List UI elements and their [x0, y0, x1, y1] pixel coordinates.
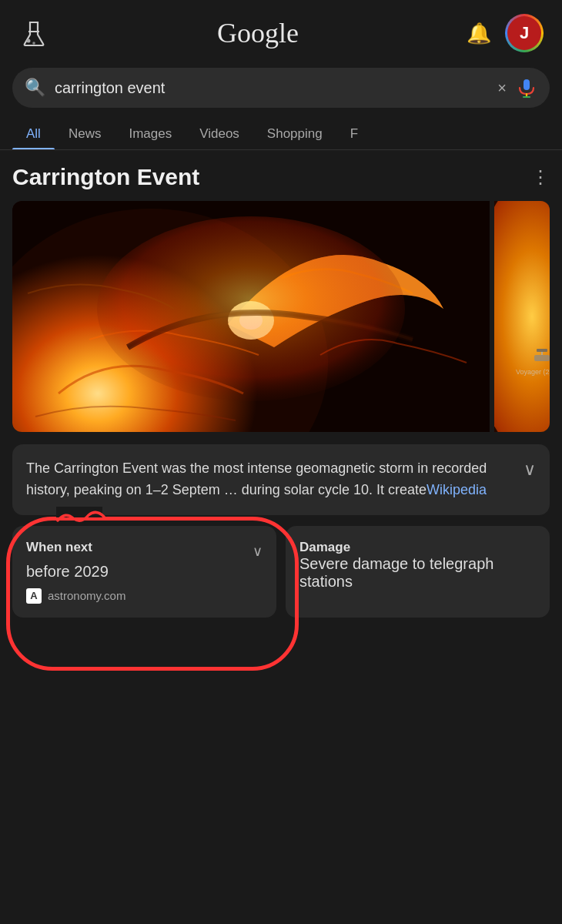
search-icon: 🔍	[25, 78, 45, 98]
svg-point-1	[27, 39, 31, 43]
astronomy-source-text: astronomy.com	[48, 589, 125, 602]
header-right: 🔔 J	[467, 14, 544, 52]
main-content: Carrington Event ⋮	[0, 150, 562, 631]
tab-images[interactable]: Images	[115, 119, 186, 149]
description-box[interactable]: The Carrington Event was the most intens…	[12, 444, 550, 515]
when-next-label: When next	[26, 540, 92, 555]
when-next-expand-icon[interactable]: ∨	[253, 543, 263, 560]
clear-search-button[interactable]: ×	[497, 79, 507, 97]
tab-all[interactable]: All	[12, 119, 55, 149]
expand-description-icon[interactable]: ∨	[524, 460, 536, 480]
search-bar[interactable]: 🔍 ×	[12, 68, 550, 108]
knowledge-panel-header: Carrington Event ⋮	[12, 164, 550, 190]
astronomy-source-icon: A	[26, 588, 42, 604]
avatar-letter: J	[507, 16, 541, 50]
knowledge-panel-title: Carrington Event	[12, 164, 199, 190]
avatar[interactable]: J	[505, 14, 544, 52]
when-next-source: A astronomy.com	[26, 588, 263, 604]
when-next-card[interactable]: When next ∨ before 2029 A astronomy.com	[12, 526, 276, 618]
tab-more[interactable]: F	[336, 119, 372, 149]
solar-image-secondary[interactable]: Voyager (2)	[494, 201, 550, 432]
notifications-icon[interactable]: 🔔	[467, 22, 491, 45]
description-text: The Carrington Event was the most intens…	[26, 458, 514, 501]
when-next-value: before 2029	[26, 563, 263, 581]
svg-rect-15	[537, 349, 547, 352]
svg-point-2	[32, 42, 35, 45]
svg-rect-13	[534, 355, 550, 361]
svg-rect-3	[524, 79, 530, 90]
search-tabs: All News Images Videos Shopping F	[0, 119, 562, 150]
damage-label: Damage	[299, 540, 350, 554]
solar-flare-image-main[interactable]	[12, 201, 490, 432]
app-title: Google	[65, 17, 451, 49]
voice-search-icon[interactable]	[516, 77, 537, 99]
header-left	[18, 18, 49, 49]
damage-card[interactable]: Damage Severe damage to telegraph statio…	[286, 526, 550, 618]
tab-videos[interactable]: Videos	[186, 119, 253, 149]
image-strip[interactable]: Voyager (2)	[12, 201, 550, 432]
search-container: 🔍 ×	[0, 63, 562, 119]
tab-shopping[interactable]: Shopping	[253, 119, 336, 149]
wikipedia-link[interactable]: Wikipedia	[427, 482, 487, 497]
labs-icon[interactable]	[18, 18, 49, 49]
tab-news[interactable]: News	[55, 119, 115, 149]
info-cards-row: When next ∨ before 2029 A astronomy.com …	[12, 526, 550, 618]
svg-text:Voyager (2): Voyager (2)	[516, 368, 550, 376]
svg-point-10	[97, 216, 405, 401]
search-input[interactable]	[55, 79, 488, 97]
damage-value: Severe damage to telegraph stations	[299, 555, 536, 591]
svg-point-12	[494, 201, 550, 432]
more-options-button[interactable]: ⋮	[531, 166, 550, 188]
header: Google 🔔 J	[0, 0, 562, 63]
